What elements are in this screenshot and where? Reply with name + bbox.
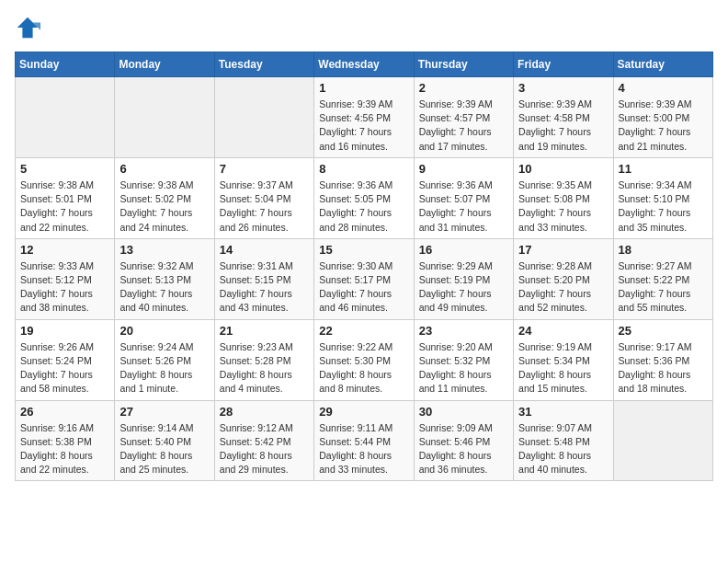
day-info: Sunrise: 9:33 AMSunset: 5:12 PMDaylight:… bbox=[20, 259, 109, 316]
day-number: 5 bbox=[20, 162, 109, 176]
calendar-week: 1Sunrise: 9:39 AMSunset: 4:56 PMDaylight… bbox=[16, 77, 713, 158]
calendar-week: 12Sunrise: 9:33 AMSunset: 5:12 PMDayligh… bbox=[16, 238, 713, 319]
calendar-cell: 18Sunrise: 9:27 AMSunset: 5:22 PMDayligh… bbox=[613, 238, 712, 319]
day-number: 6 bbox=[119, 162, 209, 176]
day-number: 21 bbox=[220, 324, 309, 338]
day-info: Sunrise: 9:39 AMSunset: 4:56 PMDaylight:… bbox=[319, 98, 408, 154]
day-number: 16 bbox=[419, 243, 508, 257]
day-info: Sunrise: 9:38 AMSunset: 5:02 PMDaylight:… bbox=[119, 178, 209, 235]
weekday-header: Tuesday bbox=[214, 52, 313, 77]
day-number: 10 bbox=[518, 162, 608, 176]
day-info: Sunrise: 9:19 AMSunset: 5:34 PMDaylight:… bbox=[518, 340, 608, 396]
logo-icon bbox=[15, 15, 40, 40]
calendar-cell: 10Sunrise: 9:35 AMSunset: 5:08 PMDayligh… bbox=[514, 157, 613, 238]
day-info: Sunrise: 9:30 AMSunset: 5:17 PMDaylight:… bbox=[319, 259, 408, 316]
calendar-cell: 17Sunrise: 9:28 AMSunset: 5:20 PMDayligh… bbox=[514, 238, 613, 319]
day-info: Sunrise: 9:35 AMSunset: 5:08 PMDaylight:… bbox=[518, 178, 608, 235]
calendar-cell: 23Sunrise: 9:20 AMSunset: 5:32 PMDayligh… bbox=[414, 319, 513, 400]
calendar-cell: 3Sunrise: 9:39 AMSunset: 4:58 PMDaylight… bbox=[514, 77, 613, 158]
day-info: Sunrise: 9:39 AMSunset: 5:00 PMDaylight:… bbox=[619, 98, 708, 154]
calendar-cell: 8Sunrise: 9:36 AMSunset: 5:05 PMDaylight… bbox=[314, 157, 414, 238]
day-number: 19 bbox=[20, 324, 109, 338]
day-info: Sunrise: 9:09 AMSunset: 5:46 PMDaylight:… bbox=[419, 421, 508, 477]
day-info: Sunrise: 9:29 AMSunset: 5:19 PMDaylight:… bbox=[419, 259, 508, 316]
weekday-header: Thursday bbox=[414, 52, 513, 77]
calendar-cell: 13Sunrise: 9:32 AMSunset: 5:13 PMDayligh… bbox=[115, 238, 214, 319]
day-number: 8 bbox=[319, 162, 408, 176]
day-number: 11 bbox=[619, 162, 708, 176]
calendar-cell: 6Sunrise: 9:38 AMSunset: 5:02 PMDaylight… bbox=[115, 157, 214, 238]
logo bbox=[15, 15, 44, 40]
day-info: Sunrise: 9:38 AMSunset: 5:01 PMDaylight:… bbox=[20, 178, 109, 235]
day-info: Sunrise: 9:28 AMSunset: 5:20 PMDaylight:… bbox=[518, 259, 608, 316]
day-number: 14 bbox=[220, 243, 309, 257]
calendar-cell: 29Sunrise: 9:11 AMSunset: 5:44 PMDayligh… bbox=[314, 400, 414, 481]
day-number: 2 bbox=[419, 81, 508, 95]
day-info: Sunrise: 9:24 AMSunset: 5:26 PMDaylight:… bbox=[119, 340, 209, 396]
day-number: 22 bbox=[319, 324, 408, 338]
day-number: 25 bbox=[619, 324, 708, 338]
calendar-cell: 5Sunrise: 9:38 AMSunset: 5:01 PMDaylight… bbox=[16, 157, 115, 238]
calendar-week: 5Sunrise: 9:38 AMSunset: 5:01 PMDaylight… bbox=[16, 157, 713, 238]
day-number: 17 bbox=[518, 243, 608, 257]
day-info: Sunrise: 9:23 AMSunset: 5:28 PMDaylight:… bbox=[220, 340, 309, 396]
calendar-cell: 11Sunrise: 9:34 AMSunset: 5:10 PMDayligh… bbox=[613, 157, 712, 238]
page-header bbox=[15, 15, 713, 40]
calendar-cell: 4Sunrise: 9:39 AMSunset: 5:00 PMDaylight… bbox=[613, 77, 712, 158]
day-number: 27 bbox=[119, 405, 209, 419]
day-info: Sunrise: 9:36 AMSunset: 5:07 PMDaylight:… bbox=[419, 178, 508, 235]
calendar-cell: 9Sunrise: 9:36 AMSunset: 5:07 PMDaylight… bbox=[414, 157, 513, 238]
calendar-cell: 14Sunrise: 9:31 AMSunset: 5:15 PMDayligh… bbox=[214, 238, 313, 319]
calendar-cell: 1Sunrise: 9:39 AMSunset: 4:56 PMDaylight… bbox=[314, 77, 414, 158]
day-info: Sunrise: 9:07 AMSunset: 5:48 PMDaylight:… bbox=[518, 421, 608, 477]
day-number: 20 bbox=[119, 324, 209, 338]
calendar-cell bbox=[115, 77, 214, 158]
calendar-cell: 15Sunrise: 9:30 AMSunset: 5:17 PMDayligh… bbox=[314, 238, 414, 319]
calendar-table: SundayMondayTuesdayWednesdayThursdayFrid… bbox=[15, 52, 713, 481]
calendar-cell bbox=[613, 400, 712, 481]
day-info: Sunrise: 9:31 AMSunset: 5:15 PMDaylight:… bbox=[220, 259, 309, 316]
calendar-week: 26Sunrise: 9:16 AMSunset: 5:38 PMDayligh… bbox=[16, 400, 713, 481]
calendar-week: 19Sunrise: 9:26 AMSunset: 5:24 PMDayligh… bbox=[16, 319, 713, 400]
day-number: 7 bbox=[220, 162, 309, 176]
day-info: Sunrise: 9:26 AMSunset: 5:24 PMDaylight:… bbox=[20, 340, 109, 396]
day-info: Sunrise: 9:12 AMSunset: 5:42 PMDaylight:… bbox=[220, 421, 309, 477]
calendar-cell: 12Sunrise: 9:33 AMSunset: 5:12 PMDayligh… bbox=[16, 238, 115, 319]
calendar-cell: 25Sunrise: 9:17 AMSunset: 5:36 PMDayligh… bbox=[613, 319, 712, 400]
calendar-body: 1Sunrise: 9:39 AMSunset: 4:56 PMDaylight… bbox=[16, 77, 713, 481]
day-number: 1 bbox=[319, 81, 408, 95]
day-number: 3 bbox=[518, 81, 608, 95]
calendar-cell: 19Sunrise: 9:26 AMSunset: 5:24 PMDayligh… bbox=[16, 319, 115, 400]
day-info: Sunrise: 9:11 AMSunset: 5:44 PMDaylight:… bbox=[319, 421, 408, 477]
day-number: 24 bbox=[518, 324, 608, 338]
calendar-cell bbox=[214, 77, 313, 158]
day-info: Sunrise: 9:34 AMSunset: 5:10 PMDaylight:… bbox=[619, 178, 708, 235]
day-number: 18 bbox=[619, 243, 708, 257]
weekday-header: Sunday bbox=[16, 52, 115, 77]
calendar-cell bbox=[16, 77, 115, 158]
day-number: 31 bbox=[518, 405, 608, 419]
day-number: 15 bbox=[319, 243, 408, 257]
day-number: 30 bbox=[419, 405, 508, 419]
calendar-cell: 31Sunrise: 9:07 AMSunset: 5:48 PMDayligh… bbox=[514, 400, 613, 481]
day-info: Sunrise: 9:27 AMSunset: 5:22 PMDaylight:… bbox=[619, 259, 708, 316]
calendar-cell: 22Sunrise: 9:22 AMSunset: 5:30 PMDayligh… bbox=[314, 319, 414, 400]
weekday-header: Saturday bbox=[613, 52, 712, 77]
calendar-cell: 7Sunrise: 9:37 AMSunset: 5:04 PMDaylight… bbox=[214, 157, 313, 238]
day-info: Sunrise: 9:32 AMSunset: 5:13 PMDaylight:… bbox=[119, 259, 209, 316]
calendar-header: SundayMondayTuesdayWednesdayThursdayFrid… bbox=[16, 52, 713, 77]
day-number: 29 bbox=[319, 405, 408, 419]
day-info: Sunrise: 9:39 AMSunset: 4:58 PMDaylight:… bbox=[518, 98, 608, 154]
day-number: 23 bbox=[419, 324, 508, 338]
calendar-cell: 20Sunrise: 9:24 AMSunset: 5:26 PMDayligh… bbox=[115, 319, 214, 400]
day-info: Sunrise: 9:20 AMSunset: 5:32 PMDaylight:… bbox=[419, 340, 508, 396]
day-number: 4 bbox=[619, 81, 708, 95]
day-number: 26 bbox=[20, 405, 109, 419]
day-number: 9 bbox=[419, 162, 508, 176]
day-info: Sunrise: 9:22 AMSunset: 5:30 PMDaylight:… bbox=[319, 340, 408, 396]
day-info: Sunrise: 9:39 AMSunset: 4:57 PMDaylight:… bbox=[419, 98, 508, 154]
day-info: Sunrise: 9:37 AMSunset: 5:04 PMDaylight:… bbox=[220, 178, 309, 235]
calendar-cell: 30Sunrise: 9:09 AMSunset: 5:46 PMDayligh… bbox=[414, 400, 513, 481]
svg-marker-0 bbox=[17, 17, 38, 38]
calendar-cell: 28Sunrise: 9:12 AMSunset: 5:42 PMDayligh… bbox=[214, 400, 313, 481]
